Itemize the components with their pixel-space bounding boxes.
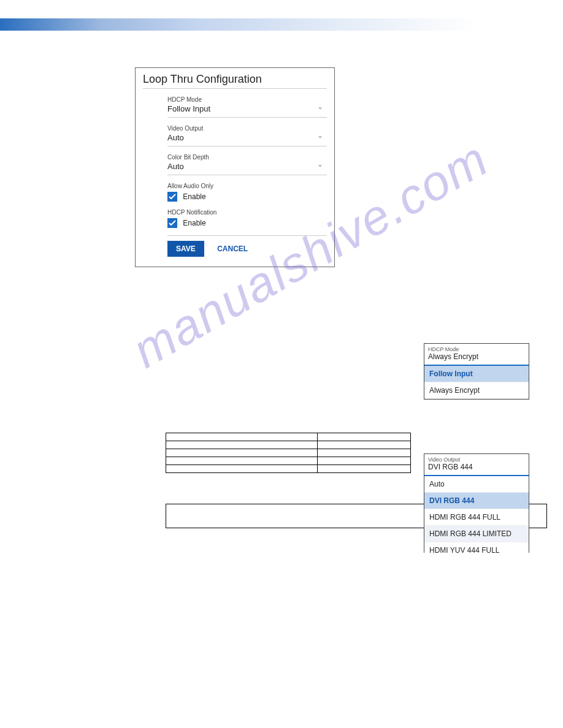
panel-actions: SAVE CANCEL <box>167 235 327 257</box>
table-header-cell <box>166 433 318 441</box>
table-row <box>166 457 411 465</box>
chevron-down-icon: ⌄ <box>317 160 323 169</box>
dd-header[interactable]: HDCP Mode Always Encrypt <box>424 344 529 366</box>
video-output-select[interactable]: Video Output Auto ⌄ <box>167 125 327 146</box>
table-cell <box>166 449 318 457</box>
video-output-table <box>166 433 411 473</box>
chevron-down-icon: ⌄ <box>317 102 323 111</box>
hdcp-notification-checkbox[interactable] <box>167 218 177 228</box>
table-header-cell <box>318 433 411 441</box>
dd-value: Always Encrypt <box>428 352 525 361</box>
cancel-button[interactable]: CANCEL <box>217 245 248 253</box>
save-button[interactable]: SAVE <box>167 241 204 257</box>
hdcp-mode-select[interactable]: HDCP Mode Follow Input ⌄ <box>167 96 327 118</box>
dd-option-hdmi-yuv-444-full[interactable]: HDMI YUV 444 FULL <box>424 542 529 553</box>
dd-label: Video Output <box>428 457 525 463</box>
enable-text: Enable <box>183 219 205 227</box>
allow-audio-only-label: Allow Audio Only <box>167 183 327 189</box>
dd-label: HDCP Mode <box>428 346 525 352</box>
chevron-down-icon: ⌄ <box>317 131 323 140</box>
dd-option-follow-input[interactable]: Follow Input <box>424 366 529 382</box>
table-cell <box>318 457 411 465</box>
dd-option-always-encrypt[interactable]: Always Encrypt <box>424 382 529 399</box>
table-cell <box>318 441 411 449</box>
check-icon <box>169 193 176 200</box>
hdcp-notification-group: HDCP Notification Enable <box>167 209 327 228</box>
dd-option-dvi-rgb-444[interactable]: DVI RGB 444 <box>424 493 529 509</box>
loop-thru-config-panel: Loop Thru Configuration HDCP Mode Follow… <box>135 67 335 267</box>
hdcp-mode-value: Follow Input <box>167 104 327 113</box>
hdcp-notification-label: HDCP Notification <box>167 209 327 216</box>
dd-value: DVI RGB 444 <box>428 463 525 471</box>
table-row <box>166 449 411 457</box>
check-icon <box>169 219 176 227</box>
table-row <box>166 441 411 449</box>
table-cell <box>166 465 318 473</box>
video-output-value: Auto <box>167 133 327 142</box>
table-row <box>166 465 411 473</box>
allow-audio-only-checkbox[interactable] <box>167 192 177 202</box>
hdcp-mode-label: HDCP Mode <box>167 96 327 103</box>
color-bit-depth-value: Auto <box>167 162 327 171</box>
enable-text: Enable <box>183 192 205 201</box>
header-stripe <box>0 18 563 31</box>
dd-header[interactable]: Video Output DVI RGB 444 <box>424 454 529 476</box>
table-header-row <box>166 433 411 441</box>
table-cell <box>318 449 411 457</box>
color-bit-depth-label: Color Bit Depth <box>167 154 327 161</box>
table-cell <box>166 441 318 449</box>
dd-option-hdmi-rgb-444-full[interactable]: HDMI RGB 444 FULL <box>424 509 529 526</box>
video-output-dropdown: Video Output DVI RGB 444 Auto DVI RGB 44… <box>424 453 529 553</box>
dd-option-auto[interactable]: Auto <box>424 476 529 493</box>
video-output-label: Video Output <box>167 125 327 132</box>
dd-option-hdmi-rgb-444-limited[interactable]: HDMI RGB 444 LIMITED <box>424 526 529 542</box>
panel-title: Loop Thru Configuration <box>143 73 327 89</box>
hdcp-mode-dropdown: HDCP Mode Always Encrypt Follow Input Al… <box>424 343 529 400</box>
allow-audio-only-group: Allow Audio Only Enable <box>167 183 327 202</box>
table-cell <box>166 457 318 465</box>
color-bit-depth-select[interactable]: Color Bit Depth Auto ⌄ <box>167 154 327 175</box>
table-cell <box>318 465 411 473</box>
